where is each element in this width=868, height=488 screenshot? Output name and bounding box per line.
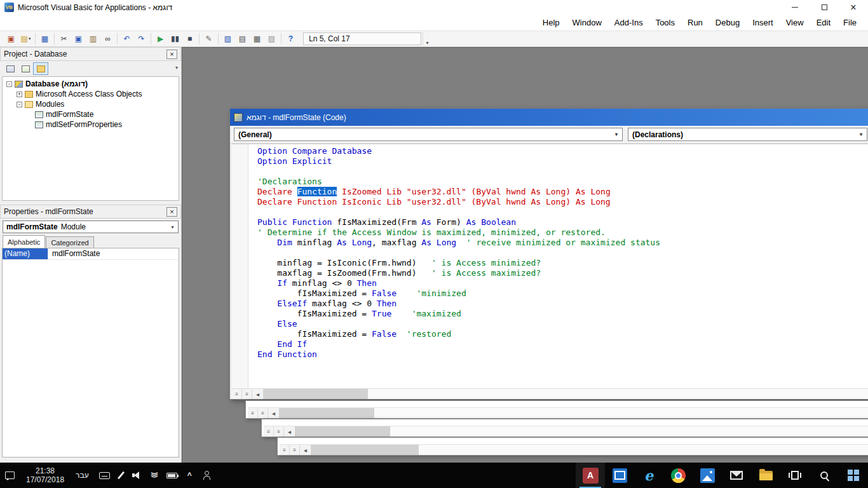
hidden-icons-chevron-icon[interactable] [182, 463, 197, 488]
language-indicator[interactable]: עבר [71, 471, 94, 480]
tree-item[interactable]: -Modules [3, 99, 179, 109]
paste-icon[interactable]: ▥ [86, 32, 100, 46]
toolbox-icon[interactable]: ▨ [264, 32, 279, 46]
blue-window-app-icon[interactable] [605, 463, 634, 488]
project-tree[interactable]: -Database (דוגמא)+Microsoft Access Class… [2, 76, 179, 201]
view-object-icon[interactable] [18, 62, 33, 75]
scrollbar-thumb[interactable] [279, 408, 374, 418]
reset-icon[interactable]: ■ [182, 32, 197, 46]
properties-panel-header[interactable]: Properties - mdlFormState [0, 205, 181, 219]
object-browser-icon[interactable]: ▦ [250, 32, 264, 46]
panel-toolbar-chevron-icon[interactable]: ▾ [175, 65, 178, 71]
view-microsoft-access-icon[interactable]: ▣ [4, 32, 18, 46]
scrollbar-thumb[interactable] [263, 389, 368, 399]
undo-icon[interactable]: ↶ [119, 32, 134, 46]
background-window[interactable] [277, 437, 868, 456]
help-icon[interactable]: ? [283, 32, 298, 46]
scrollbar-track[interactable] [295, 426, 868, 437]
horizontal-scrollbar[interactable] [264, 426, 868, 437]
property-name[interactable]: (Name) [3, 248, 48, 259]
tree-expander-icon[interactable]: - [17, 102, 22, 107]
menu-run[interactable]: Run [681, 15, 709, 30]
save-icon[interactable]: ▦ [37, 32, 52, 46]
scrollbar-track[interactable] [263, 389, 868, 399]
cut-icon[interactable]: ✂ [57, 32, 71, 46]
break-icon[interactable]: ▮▮ [168, 32, 182, 46]
procedure-view-icon[interactable] [280, 445, 290, 455]
people-icon[interactable] [197, 463, 216, 488]
restore-button[interactable] [810, 0, 839, 15]
scrollbar-thumb[interactable] [295, 426, 390, 437]
insert-object-icon[interactable]: ▤▾ [18, 32, 33, 46]
toggle-folders-icon[interactable] [33, 62, 48, 75]
keyboard-icon[interactable] [94, 463, 115, 488]
properties-window-icon[interactable]: ▤ [235, 32, 250, 46]
tab-categorized[interactable]: Categorized [46, 236, 93, 248]
menu-edit[interactable]: Edit [810, 15, 837, 30]
properties-panel-close-icon[interactable] [166, 207, 177, 217]
project-explorer-icon[interactable]: ▧ [220, 32, 235, 46]
photos-app-icon[interactable] [693, 463, 722, 488]
volume-icon[interactable] [127, 463, 146, 488]
tree-item[interactable]: mdlFormState [3, 109, 179, 119]
code-window-titlebar[interactable]: דוגמא - mdlFormState (Code) [230, 109, 868, 126]
file-explorer-app-icon[interactable] [751, 463, 780, 488]
margin-indicator-bar[interactable] [232, 144, 248, 388]
horizontal-scrollbar[interactable] [248, 407, 868, 418]
menu-file[interactable]: File [837, 15, 863, 30]
scroll-left-arrow-icon[interactable] [300, 445, 311, 455]
scroll-left-arrow-icon[interactable] [268, 408, 279, 418]
access-app-icon[interactable] [576, 463, 605, 488]
tree-item[interactable]: -Database (דוגמא) [3, 79, 179, 89]
copy-icon[interactable]: ▣ [71, 32, 86, 46]
scrollbar-thumb[interactable] [311, 445, 419, 455]
project-panel-header[interactable]: Project - Database [0, 47, 181, 61]
property-row[interactable]: (Name)mdlFormState [3, 248, 179, 260]
app-titlebar[interactable]: VB Microsoft Visual Basic for Applicatio… [0, 0, 868, 15]
full-module-view-icon[interactable] [290, 445, 300, 455]
scroll-left-arrow-icon[interactable] [252, 389, 263, 399]
background-window[interactable] [261, 419, 868, 437]
full-module-view-icon[interactable] [242, 389, 252, 399]
tree-item[interactable]: +Microsoft Access Class Objects [3, 89, 179, 99]
chevron-down-icon[interactable]: ▾ [857, 128, 865, 140]
tab-alphabetic[interactable]: Alphabetic [3, 235, 45, 248]
horizontal-scrollbar[interactable] [280, 444, 868, 455]
minimize-button[interactable] [780, 0, 810, 15]
start-button[interactable] [839, 463, 868, 488]
close-button[interactable] [839, 0, 868, 15]
procedure-view-icon[interactable] [232, 389, 242, 399]
properties-grid[interactable]: (Name)mdlFormState [2, 248, 179, 458]
taskbar-clock[interactable]: 21:38 17/07/2018 [20, 466, 71, 484]
object-combobox[interactable]: (General) ▾ [234, 128, 623, 141]
wifi-icon[interactable] [146, 463, 161, 488]
menu-insert[interactable]: Insert [746, 15, 780, 30]
scrollbar-track[interactable] [311, 445, 868, 455]
procedure-combobox[interactable]: (Declarations) ▾ [628, 128, 867, 141]
chrome-app-icon[interactable] [663, 463, 693, 488]
search-icon[interactable] [810, 463, 839, 488]
procedure-view-icon[interactable] [248, 408, 258, 418]
chevron-down-icon[interactable]: ▾ [167, 221, 178, 233]
code-editor[interactable]: Option Compare DatabaseOption Explicit '… [232, 144, 868, 388]
background-window[interactable] [245, 400, 868, 419]
internet-explorer-app-icon[interactable] [634, 463, 663, 488]
menu-addins[interactable]: Add-Ins [608, 15, 649, 30]
procedure-view-icon[interactable] [264, 426, 274, 437]
property-value[interactable]: mdlFormState [48, 248, 179, 259]
redo-icon[interactable]: ↷ [134, 32, 149, 46]
tree-expander-icon[interactable]: - [6, 81, 12, 87]
tree-item[interactable]: mdlSetFormProperties [3, 119, 179, 130]
scrollbar-track[interactable] [279, 408, 868, 418]
horizontal-scrollbar[interactable] [232, 388, 868, 399]
full-module-view-icon[interactable] [274, 426, 284, 437]
object-selector-combobox[interactable]: mdlFormState Module ▾ [3, 220, 179, 233]
pen-icon[interactable] [115, 463, 127, 488]
action-center-icon[interactable] [0, 463, 20, 488]
menu-view[interactable]: View [780, 15, 810, 30]
toolbar-overflow-button[interactable]: ▾ [423, 32, 431, 46]
task-view-icon[interactable] [780, 463, 810, 488]
battery-icon[interactable] [161, 463, 182, 488]
full-module-view-icon[interactable] [258, 408, 268, 418]
mail-app-icon[interactable] [722, 463, 751, 488]
